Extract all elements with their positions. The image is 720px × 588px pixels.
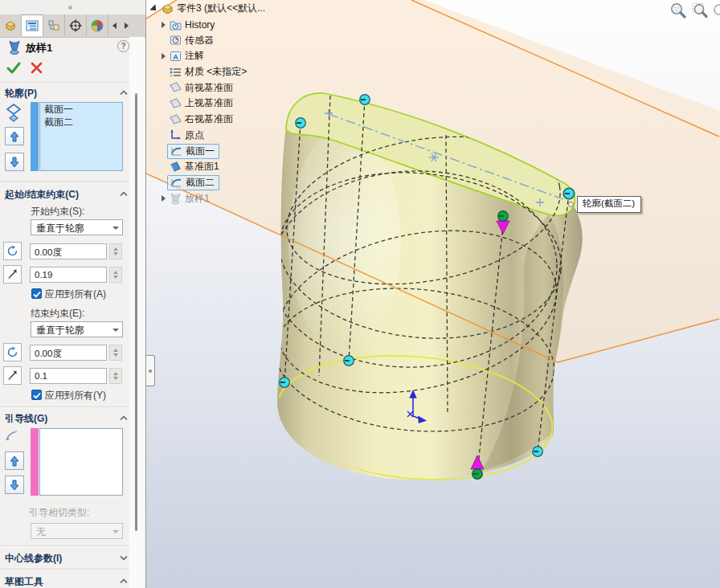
tree-item-top-plane[interactable]: 上视基准面 xyxy=(147,96,324,112)
up-arrow-icon xyxy=(10,131,19,142)
apply-all-end-label: 应用到所有(Y) xyxy=(45,389,106,402)
start-angle-input[interactable]: 0.00度 xyxy=(30,243,107,259)
selection-tooltip: 轮廓(截面二) xyxy=(577,196,641,213)
tree-item-right-plane[interactable]: 右视基准面 xyxy=(147,112,324,128)
ok-check-button[interactable] xyxy=(6,62,21,75)
guide-curves-listbox[interactable] xyxy=(39,428,123,496)
move-guide-up-button[interactable] xyxy=(5,451,24,470)
collapsed-arrow-icon[interactable] xyxy=(158,53,169,59)
tree-item-section2-sketch[interactable]: 截面二 xyxy=(147,175,324,191)
check-icon xyxy=(32,391,42,400)
annotations-icon: A xyxy=(169,50,182,63)
collapse-chevron-icon[interactable] xyxy=(120,578,128,584)
move-guide-down-button[interactable] xyxy=(5,476,24,494)
end-angle-input[interactable]: 0.00度 xyxy=(30,345,107,361)
collapse-chevron-icon[interactable] xyxy=(120,415,128,421)
start-constraint-select[interactable]: 垂直于轮廓 xyxy=(31,219,123,235)
start-angle-icon-button[interactable] xyxy=(3,242,22,260)
collapse-chevron-icon[interactable] xyxy=(120,191,128,197)
plane-icon xyxy=(169,81,182,94)
plane-filled-icon xyxy=(169,161,182,174)
tree-item-material[interactable]: 材质 <未指定> xyxy=(147,64,324,80)
tree-item-part-root[interactable]: 零件3 (默认<<默认... xyxy=(147,1,324,17)
apply-all-end-checkbox[interactable] xyxy=(31,390,42,400)
confirm-row xyxy=(0,59,129,79)
panel-scrollbar[interactable] xyxy=(129,37,145,588)
end-angle-icon-button[interactable] xyxy=(3,343,22,361)
separator xyxy=(0,406,129,408)
start-angle-spinner[interactable] xyxy=(109,243,122,259)
group-header-guides[interactable]: 引导线(G) xyxy=(5,412,47,426)
tab-featuremanager-tree[interactable] xyxy=(0,14,22,36)
tree-item-plane1[interactable]: 基准面1 xyxy=(147,159,324,175)
move-profile-down-button[interactable] xyxy=(5,153,24,171)
graphics-viewport[interactable]: 零件3 (默认<<默认... History 传感器 xyxy=(146,0,720,588)
rotation-angle-icon xyxy=(6,346,18,358)
selected-item-box[interactable]: 截面一 xyxy=(167,144,219,159)
tab-dimxpertmanager[interactable] xyxy=(65,14,87,36)
guide-tangency-label: 引导相切类型: xyxy=(29,506,89,520)
apply-all-start-checkbox[interactable] xyxy=(31,288,42,299)
profile-list-item[interactable]: 截面一 xyxy=(40,103,122,116)
history-folder-icon xyxy=(169,18,182,31)
tab-displaymanager[interactable] xyxy=(87,14,108,36)
group-header-centerline[interactable]: 中心线参数(I) xyxy=(5,552,62,566)
feature-tree: 零件3 (默认<<默认... History 传感器 xyxy=(147,1,324,206)
left-arrow-icon xyxy=(112,22,117,29)
expand-chevron-icon[interactable] xyxy=(120,555,128,561)
loft-feature-icon xyxy=(169,192,182,205)
cancel-x-button[interactable] xyxy=(31,62,43,74)
separator xyxy=(0,569,129,570)
profiles-listbox[interactable]: 截面一 截面二 xyxy=(39,102,123,171)
panel-splitter-grip[interactable] xyxy=(146,355,155,386)
panel-scrollbar-thumb[interactable] xyxy=(135,93,137,531)
expanded-arrow-icon[interactable] xyxy=(147,6,161,11)
guide-curve-icon xyxy=(4,429,18,443)
collapsed-arrow-icon[interactable] xyxy=(158,22,169,28)
group-header-profiles[interactable]: 轮廓(P) xyxy=(5,87,37,100)
tree-item-sensors[interactable]: 传感器 xyxy=(147,32,324,48)
profile-list-item[interactable]: 截面二 xyxy=(40,116,122,129)
end-constraint-label: 结束约束(E): xyxy=(31,307,84,321)
collapsed-arrow-icon[interactable] xyxy=(158,195,169,202)
tab-propertymanager[interactable] xyxy=(22,14,43,36)
end-draft-input[interactable]: 0.1 xyxy=(30,368,107,384)
tangent-length-icon xyxy=(6,370,18,382)
start-draft-spinner[interactable] xyxy=(109,267,122,283)
check-icon xyxy=(32,290,42,299)
profiles-active-bar xyxy=(31,102,39,171)
displaymanager-colorwheel-icon xyxy=(90,18,104,33)
start-draft-icon-button[interactable] xyxy=(3,265,22,284)
move-profile-up-button[interactable] xyxy=(5,127,24,145)
tree-item-front-plane[interactable]: 前视基准面 xyxy=(147,80,324,96)
panel-collapse-strip[interactable] xyxy=(0,0,145,15)
group-header-constraints[interactable]: 起始/结束约束(C) xyxy=(5,188,79,202)
end-draft-spinner[interactable] xyxy=(109,368,122,384)
clipped-toolbar-icon[interactable] xyxy=(712,2,720,21)
end-constraint-select[interactable]: 垂直于轮廓 xyxy=(31,321,123,337)
end-draft-icon-button[interactable] xyxy=(3,366,22,385)
up-arrow-icon xyxy=(10,455,19,467)
configurationmanager-icon xyxy=(47,18,61,33)
tree-item-section1-sketch[interactable]: 截面一 xyxy=(147,143,324,159)
tree-item-history[interactable]: History xyxy=(147,17,324,33)
separator xyxy=(0,82,129,84)
zoom-area-icon[interactable] xyxy=(690,2,710,21)
panel-title: 放样1 xyxy=(26,41,52,55)
tab-configurationmanager[interactable] xyxy=(43,14,65,36)
solidworks-window: 放样1 ? 轮廓(P) 截面一 截面二 xyxy=(0,0,720,588)
tree-item-annotations[interactable]: A 注解 xyxy=(147,48,324,64)
feature-title-row: 放样1 ? xyxy=(0,37,129,58)
help-icon[interactable]: ? xyxy=(117,40,129,52)
end-angle-spinner[interactable] xyxy=(109,345,122,361)
magnifier-icon[interactable] xyxy=(669,2,688,21)
tree-item-origin[interactable]: 原点 xyxy=(147,128,324,144)
apply-all-start-label: 应用到所有(A) xyxy=(45,288,106,301)
tree-item-loft1[interactable]: 放样1 xyxy=(147,190,324,206)
group-header-sketch-tools[interactable]: 草图工具 xyxy=(5,575,43,588)
tab-scroll-left-button[interactable] xyxy=(108,14,121,36)
selected-item-box[interactable]: 截面二 xyxy=(167,175,219,190)
tab-scroll-right-button[interactable] xyxy=(121,14,133,36)
collapse-chevron-icon[interactable] xyxy=(120,90,128,96)
start-draft-input[interactable]: 0.19 xyxy=(30,267,107,283)
